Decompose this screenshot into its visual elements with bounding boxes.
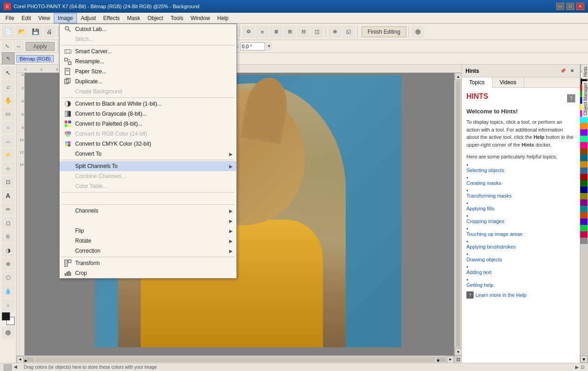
menu-item-duplicate[interactable]: Duplicate... (60, 76, 236, 86)
palette-color-darkgreen[interactable] (580, 180, 588, 187)
menu-edit[interactable]: Edit (18, 13, 35, 23)
merge-btn[interactable]: ⊕ (328, 25, 341, 38)
learn-more-link[interactable]: ? Learn more in the Help (466, 291, 575, 299)
pick-object-tool[interactable]: ↖ (2, 66, 15, 79)
hint-anchor-9[interactable]: Getting help (466, 282, 575, 288)
menu-item-histogram[interactable]: Crop (60, 268, 236, 278)
tb2-tool1[interactable]: ⤡ (2, 41, 12, 51)
tool5[interactable]: ⊟ (297, 25, 310, 38)
scroll-thumb-h[interactable] (36, 357, 435, 362)
hints-side-tab[interactable]: Hints (582, 65, 588, 79)
rect-mask-tool[interactable]: ▭ (2, 107, 15, 120)
window-controls[interactable]: — □ ✕ (556, 3, 584, 10)
palette-color-indigo[interactable] (580, 219, 588, 225)
magic-wand-tool[interactable]: ⚡ (2, 148, 15, 161)
vertical-scrollbar[interactable]: ▲ ▼ (454, 73, 461, 356)
color-swatches[interactable] (2, 312, 15, 325)
hint-anchor-7[interactable]: Drawing objects (466, 257, 575, 262)
tool1[interactable]: ⚙ (242, 25, 255, 38)
clone-tool[interactable]: ⎘ (2, 230, 15, 243)
palette-scroll-down[interactable]: ▼ (580, 356, 588, 363)
hint-anchor-8[interactable]: Adding text (466, 269, 575, 275)
open-button[interactable]: 📂 (15, 25, 28, 38)
new-button[interactable]: 📄 (2, 25, 15, 38)
tool3[interactable]: ≣ (270, 25, 282, 38)
circle-mask-tool[interactable]: ○ (2, 121, 15, 134)
menu-mask[interactable]: Mask (123, 13, 144, 23)
menu-item-calculations[interactable]: Transform (60, 258, 236, 268)
hints-close-button[interactable]: ✕ (568, 67, 576, 75)
menu-view[interactable]: View (35, 13, 54, 23)
text-tool[interactable]: A (2, 189, 15, 202)
menu-item-correction[interactable]: Flip ▶ (60, 226, 236, 236)
menu-item-convert-gray[interactable]: Convert to Grayscale (8-bit)... (60, 109, 236, 119)
menu-item-paper-size[interactable]: Paper Size... (60, 66, 236, 76)
obj-manager-side-tab[interactable]: Object Manager (582, 81, 588, 117)
scroll-down-button[interactable]: ▼ (455, 348, 461, 356)
add-object-btn[interactable]: ⊕ (2, 326, 15, 339)
hint-anchor-0[interactable]: Selecting objects (466, 168, 575, 173)
eraser-tool[interactable]: ◻ (2, 217, 15, 229)
palette-color-darkblue[interactable] (580, 187, 588, 193)
menu-image[interactable]: Image (54, 13, 77, 23)
palette-color-darkred[interactable] (580, 174, 588, 180)
learn-more-anchor[interactable]: Learn more in the Help (476, 292, 527, 298)
menu-item-convert-cmyk[interactable]: Convert to CMYK Color (32-bit) (60, 139, 236, 149)
menu-item-create-background[interactable]: Create Background (60, 86, 236, 97)
menu-file[interactable]: File (2, 13, 18, 23)
menu-window[interactable]: Window (187, 13, 214, 23)
menu-object[interactable]: Object (144, 13, 167, 23)
hints-help-button[interactable]: ? (567, 94, 575, 102)
coord-v-input[interactable] (240, 42, 265, 51)
palette-color-orange[interactable] (580, 123, 588, 129)
palette-color-crimson[interactable] (580, 231, 588, 238)
menu-item-crop[interactable]: Correction ▶ (60, 246, 236, 256)
finish-editing-button[interactable]: Finish Editing (362, 26, 406, 37)
palette-color-gold[interactable] (580, 161, 588, 168)
eyedropper-tool[interactable]: 💧 (2, 285, 15, 298)
foreground-color-swatch[interactable] (2, 312, 10, 320)
scroll-nav-left[interactable]: ▸ (25, 357, 34, 362)
menu-item-convert-paletted[interactable]: Convert to Paletted (8-bit)... (60, 119, 236, 129)
menu-help[interactable]: Help (214, 13, 232, 23)
scroll-thumb-v[interactable] (456, 81, 460, 347)
menu-item-cutout-lab[interactable]: Cutout Lab... (60, 24, 236, 34)
tool6[interactable]: ◫ (311, 25, 323, 38)
palette-color-gray[interactable] (580, 238, 588, 244)
palette-color-purple[interactable] (580, 129, 588, 136)
palette-color-mint[interactable] (580, 136, 588, 142)
print-button[interactable]: 🖨 (43, 25, 56, 38)
paint-tool[interactable]: ✏ (2, 203, 15, 216)
object-tool[interactable]: ⬦ (2, 299, 15, 311)
tool2[interactable]: ≡ (256, 25, 269, 38)
menu-item-convert-bw[interactable]: Convert to Black and White (1-bit)... (60, 99, 236, 109)
hints-pin-button[interactable]: 📌 (559, 67, 567, 75)
palette-color-burnt[interactable] (580, 212, 588, 219)
palette-color-emerald[interactable] (580, 225, 588, 231)
horizontal-scrollbar[interactable]: ◄ ▸ ▾ ► ⊡ (16, 356, 461, 363)
menu-item-smart-carver[interactable]: Smart Carver... (60, 46, 236, 56)
menu-effects[interactable]: Effects (100, 13, 123, 23)
drag-arrow-end[interactable]: ⊡ (581, 365, 584, 370)
tb2-tool2[interactable]: ↔ (14, 41, 24, 51)
layer-btn[interactable]: ◱ (342, 25, 355, 38)
menu-item-stitch[interactable]: Stitch... (60, 34, 236, 44)
hint-anchor-5[interactable]: Touching up image areas (466, 231, 575, 237)
palette-color-steelblue[interactable] (580, 168, 588, 174)
palette-color-teal[interactable] (580, 155, 588, 161)
effect-tool[interactable]: ⊛ (2, 258, 15, 270)
tab-videos[interactable]: Videos (492, 77, 524, 87)
menu-item-rotate[interactable]: ▶ (60, 216, 236, 226)
palette-color-olive[interactable] (580, 193, 588, 199)
tab-topics[interactable]: Topics (462, 77, 492, 88)
menu-item-convert-to[interactable]: Convert To ▶ (60, 149, 236, 159)
menu-item-flip[interactable]: Channels ▶ (60, 206, 236, 216)
menu-tools[interactable]: Tools (167, 13, 187, 23)
menu-item-channels[interactable] (60, 193, 236, 203)
hint-anchor-3[interactable]: Applying fills (466, 206, 575, 211)
palette-color-pink[interactable] (580, 142, 588, 148)
pan-tool[interactable]: ✋ (2, 94, 15, 107)
smart-selection-tool[interactable]: ⊹ (2, 162, 15, 175)
hint-anchor-6[interactable]: Applying brushstrokes (466, 244, 575, 249)
drag-arrow-left[interactable]: ◀ (14, 364, 22, 371)
